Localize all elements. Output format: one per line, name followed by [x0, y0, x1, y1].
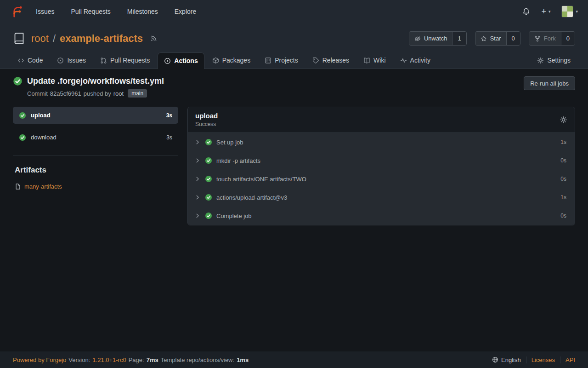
job-detail-title: upload [195, 112, 218, 120]
issue-circle-icon [57, 57, 64, 64]
job-duration: 3s [166, 134, 172, 141]
step-name: actions/upload-artifact@v3 [216, 194, 287, 201]
forks-count[interactable]: 0 [561, 32, 575, 45]
template-time-value: 1ms [237, 356, 249, 363]
step-success-icon [205, 212, 212, 219]
repo-book-icon [13, 32, 25, 45]
unwatch-button[interactable]: Unwatch [409, 32, 452, 45]
job-log-settings-button[interactable] [560, 116, 567, 124]
licenses-link[interactable]: Licenses [526, 356, 560, 363]
git-fork-icon [534, 35, 541, 42]
powered-by-link[interactable]: Powered by Forgejo [13, 356, 66, 363]
repo-owner-link[interactable]: root [31, 33, 49, 45]
step-row-upload-artifact[interactable]: actions/upload-artifact@v3 1s [188, 188, 575, 207]
fork-button-group: Fork 0 [529, 31, 575, 46]
step-success-icon [205, 157, 212, 164]
step-success-icon [205, 194, 212, 201]
star-label: Star [490, 35, 501, 42]
chevron-right-icon [194, 176, 201, 182]
template-time-label: Template repo/actions/view: [161, 356, 234, 363]
tab-projects-label: Projects [275, 57, 298, 64]
project-board-icon [265, 57, 271, 64]
star-button-group: Star 0 [475, 31, 520, 46]
globe-icon [492, 356, 498, 363]
artifact-download-link[interactable]: many-artifacts [24, 183, 62, 190]
commit-label: Commit [27, 90, 48, 97]
run-header-left: Update .forgejo/workflows/test.yml Commi… [13, 76, 164, 98]
language-label: English [501, 356, 521, 363]
step-row-touch-artifacts[interactable]: touch artifacts/ONE artifacts/TWO 0s [188, 170, 575, 188]
page-time-label: Page: [129, 356, 144, 363]
user-menu-button[interactable]: ▾ [561, 6, 578, 17]
tab-wiki[interactable]: Wiki [357, 52, 392, 69]
chevron-down-icon: ▾ [576, 9, 578, 14]
version-value-link[interactable]: 1.21.0+1-rc0 [92, 356, 126, 363]
repo-name-link[interactable]: example-artifacts [60, 33, 143, 45]
run-body: upload 3s download 3s Artifacts man [0, 103, 588, 225]
step-row-mkdir[interactable]: mkdir -p artifacts 0s [188, 151, 575, 170]
repo-breadcrumb: root / example-artifacts [31, 33, 143, 45]
commit-sha-link[interactable]: 82a5cf6961 [50, 90, 81, 97]
language-selector[interactable]: English [487, 356, 526, 363]
run-meta: Commit 82a5cf6961 pushed by root main [27, 89, 164, 98]
tab-activity[interactable]: Activity [394, 52, 437, 69]
tab-packages-label: Packages [222, 57, 250, 64]
tab-packages[interactable]: Packages [206, 52, 257, 69]
api-link[interactable]: API [560, 356, 575, 363]
nav-item-explore[interactable]: Explore [175, 8, 196, 15]
code-icon [17, 57, 24, 64]
tab-activity-label: Activity [410, 57, 430, 64]
chevron-right-icon [194, 139, 201, 145]
stars-count[interactable]: 0 [506, 32, 520, 45]
step-row-complete-job[interactable]: Complete job 0s [188, 207, 575, 225]
tab-actions-label: Actions [174, 57, 198, 64]
wiki-book-icon [363, 57, 370, 64]
fork-label: Fork [544, 35, 556, 42]
tab-code[interactable]: Code [11, 52, 49, 69]
job-success-icon [19, 112, 26, 119]
tab-issues-label: Issues [67, 57, 85, 64]
tab-pull-requests-label: Pull Requests [110, 57, 150, 64]
step-success-icon [205, 138, 212, 146]
tab-projects[interactable]: Projects [258, 52, 305, 69]
footer-right: English Licenses API [487, 356, 575, 363]
step-duration: 1s [560, 194, 566, 201]
notifications-button[interactable] [522, 7, 530, 16]
step-name: touch artifacts/ONE artifacts/TWO [216, 176, 306, 183]
nav-item-milestones[interactable]: Milestones [127, 8, 158, 15]
plus-icon: + [541, 7, 546, 16]
artifact-item[interactable]: many-artifacts [13, 183, 178, 190]
watchers-count[interactable]: 1 [452, 32, 466, 45]
rerun-all-jobs-button[interactable]: Re-run all jobs [524, 76, 575, 90]
rss-icon[interactable] [150, 35, 157, 42]
step-duration: 1s [560, 139, 566, 145]
tab-wiki-label: Wiki [373, 57, 385, 64]
primary-nav: Issues Pull Requests Milestones Explore [36, 8, 196, 15]
branch-badge[interactable]: main [128, 89, 147, 98]
tab-actions[interactable]: Actions [158, 52, 204, 69]
author-link[interactable]: root [113, 90, 124, 97]
nav-item-pull-requests[interactable]: Pull Requests [71, 8, 110, 15]
forgejo-logo-icon[interactable] [10, 5, 24, 18]
chevron-down-icon: ▾ [548, 9, 551, 14]
chevron-right-icon [194, 194, 201, 201]
job-detail-card: upload Success Set [187, 107, 575, 225]
tab-releases[interactable]: Releases [306, 52, 356, 69]
star-button[interactable]: Star [475, 32, 506, 45]
create-new-button[interactable]: + ▾ [541, 7, 550, 16]
run-header: Update .forgejo/workflows/test.yml Commi… [0, 69, 588, 103]
run-title: Update .forgejo/workflows/test.yml [27, 76, 164, 86]
job-item-download[interactable]: download 3s [13, 129, 178, 146]
repo-action-buttons: Unwatch 1 Star 0 [409, 31, 575, 46]
tab-pull-requests[interactable]: Pull Requests [94, 52, 156, 69]
step-row-setup-job[interactable]: Set up job 1s [188, 133, 575, 151]
job-name: upload [31, 112, 51, 119]
nav-item-issues[interactable]: Issues [36, 8, 54, 15]
job-item-upload[interactable]: upload 3s [13, 107, 178, 124]
tab-settings[interactable]: Settings [531, 52, 577, 69]
actions-run-view: Update .forgejo/workflows/test.yml Commi… [0, 69, 588, 351]
step-name: mkdir -p artifacts [216, 157, 260, 164]
fork-button[interactable]: Fork [529, 32, 561, 45]
tab-issues[interactable]: Issues [51, 52, 92, 69]
run-success-icon [13, 76, 23, 86]
